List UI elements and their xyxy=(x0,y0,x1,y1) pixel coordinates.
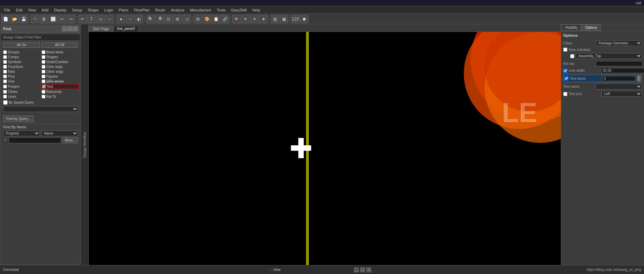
text-block-spin-down[interactable]: ▼ xyxy=(637,78,641,82)
menu-manufacture[interactable]: Manufacture xyxy=(187,7,214,13)
tab-line-panel2[interactable]: line_panel2 xyxy=(113,26,139,32)
toolbar-pkg[interactable]: ▥ xyxy=(271,15,279,23)
toolbar-copy[interactable]: ⬜ xyxy=(49,15,57,23)
line-width-input[interactable] xyxy=(601,68,644,73)
cb-ratsnests-input[interactable] xyxy=(42,90,45,94)
canvas[interactable]: LE ✚ xyxy=(89,32,561,265)
saved-query-dropdown[interactable] xyxy=(3,106,78,112)
all-off-button[interactable]: All Off xyxy=(41,42,78,48)
find-panel-close[interactable]: × xyxy=(73,26,78,31)
cb-shapes-input[interactable] xyxy=(42,55,45,59)
toolbar-add[interactable]: ➕ xyxy=(31,15,39,23)
menu-setup[interactable]: Setup xyxy=(69,7,85,13)
cb-vias-input[interactable] xyxy=(3,79,7,83)
view-minimize[interactable]: _ xyxy=(354,267,359,272)
all-on-button[interactable]: All On xyxy=(3,42,40,48)
cb-cline-segs-input[interactable] xyxy=(42,65,45,69)
find-panel-minimize[interactable]: _ xyxy=(62,26,67,31)
text-name-dropdown[interactable] xyxy=(596,84,642,89)
toolbar-grid[interactable]: ⊞ xyxy=(194,15,202,23)
menu-tools[interactable]: Tools xyxy=(214,7,228,13)
menu-file[interactable]: File xyxy=(1,7,13,13)
menu-shape[interactable]: Shape xyxy=(85,7,102,13)
menu-help[interactable]: Help xyxy=(250,7,263,13)
cb-voids-input[interactable] xyxy=(42,60,45,64)
tab-options[interactable]: Options xyxy=(581,24,601,31)
cb-symbols-input[interactable] xyxy=(3,60,7,64)
toolbar-move[interactable]: ↔ xyxy=(105,15,114,23)
property-dropdown[interactable]: Property xyxy=(3,130,40,136)
view-restore[interactable]: □ xyxy=(360,267,365,272)
class-dropdown[interactable]: Package Geometry xyxy=(596,40,642,46)
menu-add[interactable]: Add xyxy=(39,7,51,13)
toolbar-sun[interactable]: ☀ xyxy=(250,15,259,23)
toolbar-num[interactable]: 123 xyxy=(291,15,299,23)
menu-analyze[interactable]: Analyze xyxy=(168,7,187,13)
menu-edit[interactable]: Edit xyxy=(13,7,25,13)
toolbar-zoom-sel[interactable]: ⊞ xyxy=(173,15,182,23)
find-by-query-button[interactable]: Find by Query... xyxy=(3,115,34,122)
toolbar-shape[interactable]: ▭ xyxy=(96,15,105,23)
toolbar-zoom-fit[interactable]: ⊡ xyxy=(164,15,173,23)
toolbar-b1[interactable]: ● xyxy=(117,15,125,23)
menu-place[interactable]: Place xyxy=(116,7,131,13)
name-dropdown[interactable]: Name xyxy=(41,130,78,136)
cb-fingers-input[interactable] xyxy=(3,85,7,88)
act-via-input[interactable] xyxy=(596,61,643,66)
cb-bond-wires-input[interactable] xyxy=(42,50,45,54)
cb-functions-input[interactable] xyxy=(3,65,7,69)
cb-nets-input[interactable] xyxy=(3,70,7,74)
cb-lines-input[interactable] xyxy=(3,95,7,99)
new-subclass-checkbox[interactable] xyxy=(563,48,567,52)
menu-route[interactable]: Route xyxy=(153,7,168,13)
menu-logic[interactable]: Logic xyxy=(102,7,116,13)
toolbar-color[interactable]: 🎨 xyxy=(203,15,211,23)
subclass-dropdown[interactable]: Assembly_Top xyxy=(576,53,642,59)
menu-display[interactable]: Display xyxy=(51,7,69,13)
tab-visibility[interactable]: Visibility xyxy=(561,24,581,31)
cb-clines-input[interactable] xyxy=(3,90,7,94)
toolbar-end[interactable]: ⏹ xyxy=(300,15,308,23)
text-block-checkbox[interactable] xyxy=(564,76,568,80)
cb-groups-input[interactable] xyxy=(3,50,7,54)
toolbar-net[interactable]: 🔗 xyxy=(221,15,229,23)
toolbar-save[interactable]: 💾 xyxy=(19,15,28,23)
cb-text-input[interactable] xyxy=(42,85,46,88)
cb-pins-input[interactable] xyxy=(3,75,7,78)
find-more-button[interactable]: More... xyxy=(62,137,78,143)
text-just-checkbox[interactable] xyxy=(563,92,567,96)
toolbar-zoom-in[interactable]: 🔍 xyxy=(146,15,155,23)
toolbar-b2[interactable]: ○ xyxy=(126,15,134,23)
text-block-spin-up[interactable]: ▲ xyxy=(637,75,641,78)
toolbar-open[interactable]: 📂 xyxy=(10,15,19,23)
toolbar-star[interactable]: ★ xyxy=(259,15,268,23)
cb-figures-input[interactable] xyxy=(42,75,45,78)
cb-drc-errors-input[interactable] xyxy=(42,79,45,83)
toolbar-sym[interactable]: ▦ xyxy=(280,15,288,23)
menu-view[interactable]: View xyxy=(25,7,39,13)
cb-rat-ts-input[interactable] xyxy=(42,95,45,99)
cb-other-segs-input[interactable] xyxy=(42,70,45,74)
toolbar-zoom-prev[interactable]: ◁ xyxy=(182,15,191,23)
menu-flowplan[interactable]: FlowPlan xyxy=(131,7,152,13)
text-just-dropdown[interactable]: Left Center Right xyxy=(601,91,642,97)
tab-start-page[interactable]: Start Page xyxy=(89,26,113,32)
subclass-type-checkbox[interactable] xyxy=(570,54,574,58)
toolbar-new[interactable]: 📄 xyxy=(1,15,10,23)
line-width-checkbox[interactable] xyxy=(563,69,567,73)
toolbar-layer[interactable]: 📋 xyxy=(212,15,220,23)
menu-easyskill[interactable]: EasySkill xyxy=(228,7,250,13)
toolbar-zoom-out[interactable]: 🔎 xyxy=(155,15,164,23)
toolbar-delete[interactable]: 🗑 xyxy=(40,15,48,23)
text-block-input[interactable] xyxy=(602,76,635,81)
find-panel-restore[interactable]: □ xyxy=(68,26,72,31)
toolbar-highlight[interactable]: ✦ xyxy=(241,15,250,23)
toolbar-eye[interactable]: 👁 xyxy=(232,15,241,23)
toolbar-b3[interactable]: ◐ xyxy=(135,15,143,23)
toolbar-redo[interactable]: ↪ xyxy=(67,15,75,23)
view-close[interactable]: × xyxy=(366,267,371,272)
saved-query-checkbox[interactable] xyxy=(3,100,8,105)
toolbar-undo[interactable]: ↩ xyxy=(58,15,66,23)
find-name-input[interactable] xyxy=(9,137,61,143)
toolbar-pencil[interactable]: ✏ xyxy=(78,15,87,23)
